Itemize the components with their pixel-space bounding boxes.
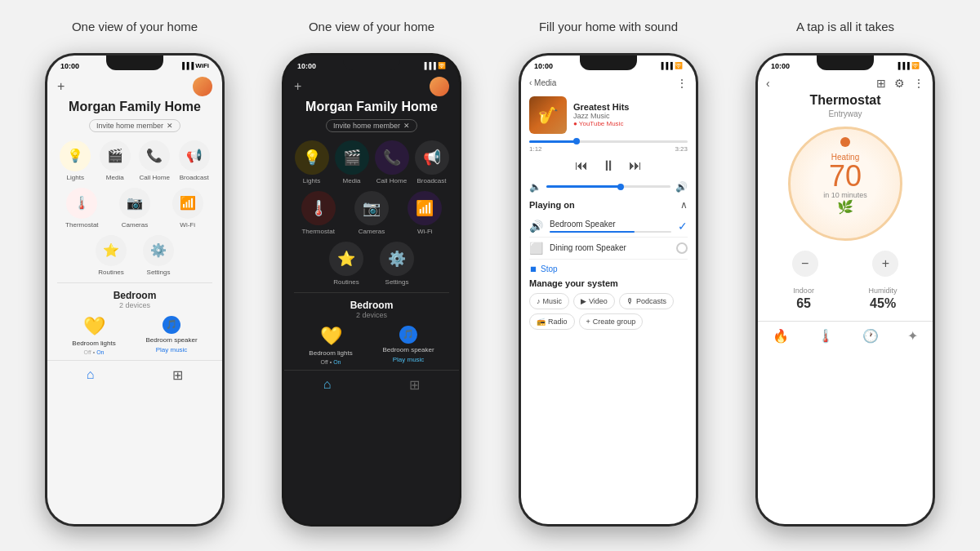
stop-icon: ⏹: [529, 264, 537, 273]
avatar-1[interactable]: [193, 77, 212, 96]
bedroom-lights-device[interactable]: 💛 Bedroom lights Off • On: [72, 316, 115, 355]
cameras-label-2: Cameras: [359, 228, 385, 235]
home-title-1: Morgan Family Home: [57, 100, 212, 114]
media-label: Media: [106, 174, 124, 181]
wifi-icon-circle: 📶: [172, 188, 203, 219]
icons-grid-2b: 🌡️ Thermostat 📷 Cameras 📶 Wi-Fi: [294, 191, 449, 235]
settings-item[interactable]: ⚙️ Settings: [143, 235, 174, 276]
signal-3: ▐▐▐ 🛜: [659, 62, 683, 69]
signal-bars: ▐▐▐: [180, 62, 194, 69]
media-item[interactable]: 🎬 Media: [97, 140, 134, 181]
lights-item[interactable]: 💡 Lights: [57, 140, 94, 181]
speaker-2-info: Dining room Speaker: [550, 243, 670, 252]
play-music-label[interactable]: Play music: [156, 346, 188, 353]
media-label-2: Media: [343, 177, 361, 184]
decrease-temp-button[interactable]: −: [792, 251, 818, 277]
chip-radio[interactable]: 📻Radio: [529, 313, 575, 330]
skip-forward-button[interactable]: ⏭: [629, 158, 642, 173]
back-button-3[interactable]: ‹ Media: [529, 78, 556, 87]
more-nav-icon[interactable]: ✦: [907, 328, 918, 344]
home-nav-icon-2[interactable]: ⌂: [323, 377, 332, 393]
humidity-label: Humidity: [869, 287, 898, 295]
indoor-value: 65: [796, 296, 811, 311]
yt-dot: ●: [573, 120, 577, 127]
chip-create-group[interactable]: +Create group: [579, 313, 644, 330]
home-nav-icon[interactable]: ⌂: [87, 367, 95, 383]
flame-nav-icon[interactable]: 🔥: [773, 328, 789, 344]
grid-icon-4[interactable]: ⊞: [876, 77, 886, 90]
temperature-display: 70: [829, 162, 862, 191]
thermostat-dial[interactable]: Heating 70 in 10 minutes 🌿: [788, 127, 902, 241]
humidity-value: 45%: [870, 296, 896, 311]
wifi-item-2[interactable]: 📶 Wi-Fi: [401, 191, 449, 235]
thermostat-item[interactable]: 🌡️ Thermostat: [57, 188, 107, 229]
speaker-1-check: ✓: [678, 220, 688, 233]
invite-chip-1[interactable]: Invite home member ✕: [89, 119, 180, 132]
avatar-2[interactable]: [430, 77, 449, 96]
media-icon: 🎬: [100, 140, 131, 171]
broadcast-label: Broadcast: [180, 174, 209, 181]
temp-nav-icon[interactable]: 🌡️: [817, 328, 834, 344]
settings-icon: ⚙️: [143, 235, 174, 266]
settings-icon-4[interactable]: ⚙: [894, 77, 905, 90]
bedroom-title-2: Bedroom: [294, 300, 449, 311]
media-item-2[interactable]: 🎬 Media: [334, 140, 369, 184]
cameras-item[interactable]: 📷 Cameras: [110, 188, 160, 229]
speaker-1[interactable]: 🔊 Bedroom Speaker ✓: [529, 216, 688, 238]
increase-temp-button[interactable]: +: [872, 251, 898, 277]
icons-grid-1b: 🌡️ Thermostat 📷 Cameras 📶 Wi-Fi: [57, 188, 212, 229]
more-button-3[interactable]: ⋮: [676, 77, 688, 90]
invite-close-2[interactable]: ✕: [403, 122, 410, 130]
bedroom-speaker-device-2[interactable]: 🎵 Bedroom speaker Play music: [382, 326, 434, 365]
grid-nav-icon[interactable]: ⊞: [172, 367, 183, 383]
back-button-4[interactable]: ‹: [766, 77, 770, 90]
settings-item-2[interactable]: ⚙️ Settings: [380, 242, 414, 286]
add-button-1[interactable]: +: [57, 79, 65, 94]
routines-item-2[interactable]: ⭐ Routines: [329, 242, 363, 286]
chip-podcasts[interactable]: 🎙Podcasts: [619, 293, 674, 309]
schedule-nav-icon[interactable]: 🕐: [862, 328, 879, 344]
phone-4: 10:00 ▐▐▐ 🛜 ‹ ⊞ ⚙ ⋮ Thermostat: [755, 53, 935, 527]
notch-4: [817, 56, 874, 70]
grid-nav-icon-2[interactable]: ⊞: [409, 377, 420, 393]
volume-bar[interactable]: [546, 185, 670, 188]
media-info: Greatest Hits Jazz Music ● YouTube Music: [573, 102, 688, 127]
speaker-2-radio[interactable]: [676, 242, 688, 254]
chip-music[interactable]: ♪Music: [529, 293, 569, 309]
broadcast-item-2[interactable]: 📢 Broadcast: [414, 140, 449, 184]
wifi-item[interactable]: 📶 Wi-Fi: [163, 188, 212, 229]
chip-video[interactable]: ▶Video: [573, 293, 615, 309]
bedroom-speaker-device[interactable]: 🎵 Bedroom speaker Play music: [145, 316, 197, 355]
phone-1: 10:00 ▐▐▐ WiFi + Morgan Family Home Invi…: [45, 53, 225, 527]
volume-fill: [546, 185, 621, 188]
play-music-label-2[interactable]: Play music: [393, 356, 425, 363]
skip-back-button[interactable]: ⏮: [575, 158, 588, 173]
broadcast-item[interactable]: 📢 Broadcast: [176, 140, 213, 181]
mic-icon-2: 🎵: [399, 326, 417, 344]
home-title-2: Morgan Family Home: [294, 100, 449, 114]
yt-source: YouTube Music: [579, 120, 624, 127]
playing-on-chevron[interactable]: ∧: [680, 199, 688, 211]
humidity-stat: Humidity 45%: [869, 287, 898, 311]
cameras-item-2[interactable]: 📷 Cameras: [347, 191, 395, 235]
bedroom-lights-device-2[interactable]: 💛 Bedroom lights Off • On: [309, 326, 352, 365]
thermostat-item-2[interactable]: 🌡️ Thermostat: [294, 191, 342, 235]
bedroom-lights-status-2: Off • On: [321, 359, 341, 365]
pause-button[interactable]: ⏸: [601, 158, 616, 175]
invite-chip-2[interactable]: Invite home member ✕: [326, 119, 417, 132]
progress-bar-container[interactable]: 1:12 3:23: [529, 140, 688, 153]
lights-item-2[interactable]: 💡 Lights: [294, 140, 329, 184]
speaker-1-info: Bedroom Speaker: [550, 220, 671, 233]
indoor-label: Indoor: [793, 287, 814, 295]
stop-button[interactable]: ⏹ Stop: [529, 264, 688, 273]
add-button-2[interactable]: +: [294, 79, 301, 94]
screen1-content: + Morgan Family Home Invite home member …: [47, 73, 222, 355]
invite-close[interactable]: ✕: [167, 122, 173, 130]
speaker-2[interactable]: ⬜ Dining room Speaker: [529, 238, 688, 260]
routines-item[interactable]: ⭐ Routines: [96, 235, 127, 276]
callhome-item-2[interactable]: 📞 Call Home: [374, 140, 409, 184]
speaker-1-progress-fill: [550, 231, 635, 233]
callhome-item[interactable]: 📞 Call Home: [136, 140, 173, 181]
status-off: Off: [84, 349, 91, 355]
more-icon-4[interactable]: ⋮: [913, 77, 924, 90]
